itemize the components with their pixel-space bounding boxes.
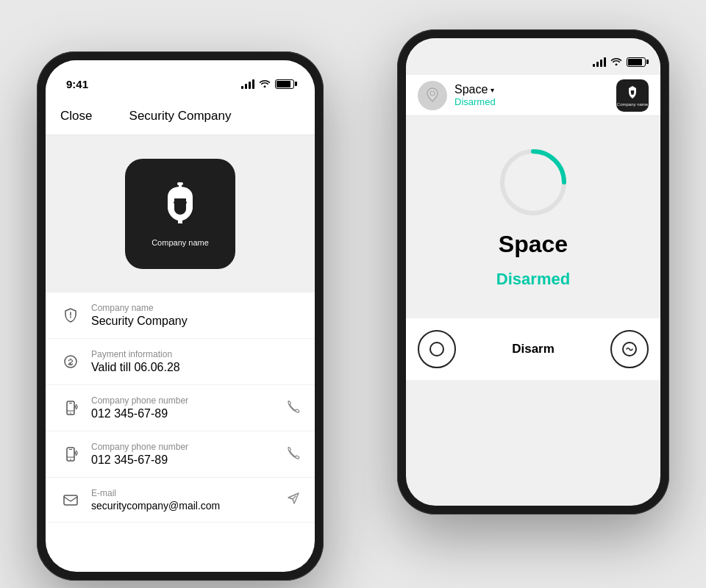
coin-icon (60, 351, 81, 372)
status-bar-right (406, 38, 660, 75)
right-phone: Space ▾ Disarmed Co (397, 29, 669, 514)
left-phone-screen: 9:41 (46, 60, 315, 572)
battery-icon-right (627, 57, 646, 67)
svg-rect-2 (174, 201, 187, 204)
badge-label: Company name (617, 102, 648, 107)
space-name-header: Space ▾ (454, 83, 609, 96)
phone2-value: 012 345-67-89 (91, 453, 275, 467)
company-name-label: Company name (91, 303, 300, 313)
close-button[interactable]: Close (60, 109, 104, 123)
payment-content: Payment information Valid till 06.06.28 (91, 349, 300, 374)
svg-point-10 (70, 459, 71, 460)
status-icons-right (593, 57, 646, 68)
phone-outline-icon-2 (60, 444, 81, 465)
chevron-down-icon: ▾ (491, 86, 494, 94)
payment-value: Valid till 06.06.28 (91, 361, 300, 374)
left-phone: 9:41 (37, 51, 324, 581)
space-status-header: Disarmed (454, 96, 609, 107)
shield-icon (60, 305, 81, 326)
info-list: Company name Security Company Payment in… (46, 293, 315, 523)
circle-btn-2[interactable] (610, 330, 649, 368)
status-circle (496, 146, 570, 219)
info-row-payment: Payment information Valid till 06.06.28 (46, 339, 315, 385)
call-action-1[interactable] (285, 399, 300, 417)
status-time: 9:41 (66, 78, 88, 90)
wifi-icon-right (610, 57, 622, 68)
company-badge: Company name (616, 79, 649, 112)
svg-point-3 (65, 356, 76, 368)
logo-card-label: Company name (151, 238, 209, 247)
right-phone-screen: Space ▾ Disarmed Co (406, 38, 660, 506)
right-bottom-bar: Disarm (406, 318, 660, 380)
status-icons-left (241, 79, 294, 90)
space-name-large: Space (499, 231, 568, 258)
info-row-email: E-mail securitycompany@mail.com (46, 478, 315, 523)
signal-icon (241, 79, 254, 89)
email-icon (60, 490, 81, 510)
phone2-content: Company phone number 012 345-67-89 (91, 442, 275, 467)
nav-title: Security Company (104, 109, 256, 123)
email-action[interactable] (287, 492, 300, 509)
company-name-value: Security Company (91, 315, 300, 328)
svg-rect-12 (64, 495, 77, 505)
phone2-label: Company phone number (91, 442, 275, 452)
phone1-value: 012 345-67-89 (91, 407, 275, 420)
status-bar-left: 9:41 (46, 60, 315, 97)
payment-label: Payment information (91, 349, 300, 359)
email-value: securitycompany@mail.com (91, 500, 277, 512)
wifi-icon (259, 79, 271, 90)
info-row-phone2: Company phone number 012 345-67-89 (46, 431, 315, 478)
phone1-content: Company phone number 012 345-67-89 (91, 395, 275, 420)
scene: 9:41 (37, 29, 669, 559)
badge-helmet-icon (624, 84, 641, 101)
logo-card: Company name (125, 159, 235, 269)
space-avatar (418, 81, 447, 110)
company-name-content: Company name Security Company (91, 303, 300, 328)
circle-btn-1[interactable] (418, 330, 456, 368)
right-top-bar: Space ▾ Disarmed Co (406, 75, 660, 116)
company-logo-area: Company name (46, 135, 315, 293)
call-action-2[interactable] (285, 445, 300, 464)
space-status-large: Disarmed (496, 270, 570, 289)
battery-icon (275, 79, 294, 89)
disarm-button[interactable]: Disarm (512, 342, 555, 356)
space-info: Space ▾ Disarmed (454, 83, 609, 107)
svg-point-16 (430, 343, 443, 356)
email-label: E-mail (91, 488, 277, 498)
email-content: E-mail securitycompany@mail.com (91, 488, 277, 512)
spartan-helmet-icon (154, 181, 206, 232)
phone-outline-icon-1 (60, 398, 81, 418)
info-row-phone1: Company phone number 012 345-67-89 (46, 385, 315, 431)
signal-icon-right (593, 57, 606, 67)
nav-bar: Close Security Company (46, 97, 315, 135)
info-row-company-name: Company name Security Company (46, 293, 315, 339)
phone1-label: Company phone number (91, 395, 275, 406)
right-main-content: Space Disarmed (406, 116, 660, 318)
svg-point-6 (70, 412, 71, 414)
svg-rect-14 (630, 91, 634, 93)
